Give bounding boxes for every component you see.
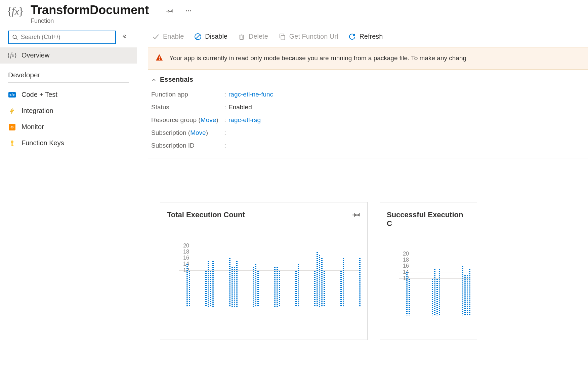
- page-subtitle: Function: [31, 17, 149, 25]
- delete-button[interactable]: Delete: [238, 33, 268, 41]
- chart-card-total-execution: Total Execution Count 1214161820: [160, 202, 368, 340]
- svg-point-6: [12, 127, 12, 127]
- trash-icon: [238, 33, 246, 41]
- pin-button[interactable]: [165, 6, 174, 15]
- sidebar-item-monitor[interactable]: Monitor: [0, 119, 137, 135]
- warning-banner: Your app is currently in read only mode …: [148, 47, 588, 70]
- chevron-up-icon: [151, 76, 157, 83]
- svg-line-13: [196, 35, 200, 39]
- sidebar-item-integration[interactable]: Integration: [0, 103, 137, 119]
- sidebar-item-label: Monitor: [22, 123, 44, 131]
- collapse-sidebar-button[interactable]: [119, 32, 130, 42]
- tool-label: Disable: [205, 33, 227, 40]
- monitor-icon: [8, 123, 16, 131]
- sidebar: fx Overview Developer </> Code + Test In…: [0, 28, 137, 387]
- page-title: TransformDocument: [31, 3, 149, 17]
- divider: [8, 82, 129, 83]
- more-button[interactable]: [184, 6, 193, 15]
- sidebar-item-label: Function Keys: [22, 139, 64, 147]
- essentials-row-status: Status : Enabled: [151, 101, 585, 114]
- chart-title: Total Execution Count: [167, 210, 245, 219]
- svg-rect-21: [159, 59, 160, 60]
- disable-button[interactable]: Disable: [194, 33, 227, 41]
- sidebar-item-overview[interactable]: fx Overview: [0, 47, 137, 64]
- ess-label: Resource group (Move): [151, 116, 222, 124]
- chart-title: Successful Execution C: [387, 210, 470, 228]
- essentials-toggle[interactable]: Essentials: [148, 70, 588, 86]
- essentials-row-resource-group: Resource group (Move) : ragc-etl-rsg: [151, 114, 585, 126]
- key-icon: [8, 139, 16, 147]
- code-icon: </>: [8, 91, 16, 99]
- lightning-icon: [8, 107, 16, 115]
- copy-icon: [278, 33, 286, 41]
- disable-icon: [194, 33, 202, 41]
- svg-rect-19: [281, 35, 285, 40]
- svg-point-9: [11, 140, 13, 143]
- sidebar-item-label: Overview: [22, 51, 49, 59]
- enable-button[interactable]: Enable: [152, 33, 184, 41]
- get-function-url-button[interactable]: Get Function Url: [278, 33, 338, 41]
- chart-plot-area: 1214161820: [167, 240, 361, 307]
- main-content: Enable Disable Delete Get Function Url R…: [137, 28, 588, 387]
- svg-point-1: [188, 10, 189, 11]
- tool-label: Refresh: [359, 33, 383, 40]
- move-resource-group-link[interactable]: Move: [201, 116, 216, 123]
- svg-rect-20: [159, 56, 160, 59]
- check-icon: [152, 33, 160, 41]
- svg-line-4: [16, 38, 17, 40]
- function-fx-icon: fx: [7, 5, 24, 17]
- svg-point-2: [190, 10, 191, 11]
- resource-group-link[interactable]: ragc-etl-rsg: [228, 116, 261, 124]
- tool-label: Enable: [163, 33, 184, 40]
- move-subscription-link[interactable]: Move: [190, 129, 206, 136]
- ess-label: Subscription (Move): [151, 129, 222, 137]
- warning-icon: [155, 53, 163, 63]
- search-input-wrapper[interactable]: [8, 31, 116, 44]
- sidebar-item-function-keys[interactable]: Function Keys: [0, 135, 137, 151]
- banner-text: Your app is currently in read only mode …: [169, 54, 466, 62]
- status-value: Enabled: [228, 104, 252, 111]
- pin-chart-button[interactable]: [352, 210, 361, 220]
- sidebar-item-code-test[interactable]: </> Code + Test: [0, 87, 137, 103]
- sidebar-item-label: Code + Test: [22, 91, 57, 99]
- developer-section-title: Developer: [8, 64, 137, 81]
- refresh-icon: [348, 33, 356, 41]
- page-header: fx TransformDocument Function: [0, 0, 588, 28]
- essentials-grid: Function app : ragc-etl-ne-func Status :…: [148, 86, 588, 158]
- tool-label: Get Function Url: [289, 33, 338, 40]
- essentials-row-subscription: Subscription (Move) :: [151, 126, 585, 139]
- tool-label: Delete: [249, 33, 268, 40]
- chart-card-successful-execution: Successful Execution C 1214161820: [380, 202, 477, 340]
- essentials-title: Essentials: [160, 76, 193, 83]
- toolbar: Enable Disable Delete Get Function Url R…: [148, 28, 588, 46]
- essentials-row-function-app: Function app : ragc-etl-ne-func: [151, 88, 585, 101]
- ess-label: Function app: [151, 91, 222, 98]
- svg-point-3: [13, 35, 16, 39]
- essentials-row-subscription-id: Subscription ID :: [151, 139, 585, 152]
- fx-icon: fx: [8, 51, 16, 60]
- sidebar-item-label: Integration: [22, 107, 53, 115]
- ess-label: Subscription ID: [151, 142, 222, 149]
- function-app-link[interactable]: ragc-etl-ne-func: [228, 91, 273, 98]
- chart-plot-area: 1214161820: [387, 248, 470, 315]
- refresh-button[interactable]: Refresh: [348, 33, 383, 41]
- search-input[interactable]: [21, 34, 112, 41]
- svg-rect-14: [240, 35, 243, 39]
- ess-label: Status: [151, 104, 222, 111]
- search-icon: [12, 34, 18, 40]
- svg-rect-11: [11, 145, 13, 146]
- svg-point-0: [186, 10, 187, 11]
